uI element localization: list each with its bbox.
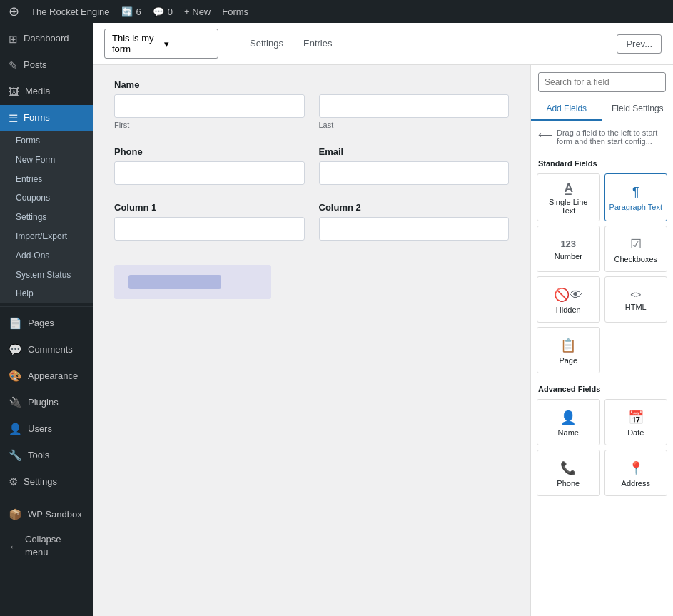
submenu-settings[interactable]: Settings bbox=[0, 208, 93, 227]
sidebar-item-settings[interactable]: ⚙ Settings bbox=[0, 468, 93, 495]
field-tile-address[interactable]: 📍 Address bbox=[604, 450, 668, 496]
form-row-phone-email: Phone Email bbox=[114, 146, 509, 185]
address-icon: 📍 bbox=[628, 460, 644, 476]
last-name-label bbox=[319, 79, 510, 90]
submenu-help[interactable]: Help bbox=[0, 284, 93, 303]
submenu-system-status[interactable]: System Status bbox=[0, 266, 93, 285]
sidebar-item-media[interactable]: 🖼 Media bbox=[0, 79, 93, 105]
field-col2: Column 2 bbox=[319, 202, 510, 241]
checkboxes-icon: ☑ bbox=[630, 236, 642, 252]
form-header-tabs: Settings Entries bbox=[240, 32, 342, 56]
single-line-text-icon: A̲ bbox=[565, 181, 572, 195]
phone-label: Phone bbox=[114, 146, 305, 157]
plugin-link[interactable]: Forms bbox=[222, 6, 248, 17]
settings-icon: ⚙ bbox=[9, 474, 18, 489]
form-canvas: Name First Last Phone bbox=[93, 65, 530, 616]
sidebar-item-forms[interactable]: ☰ Forms bbox=[0, 105, 93, 131]
plugins-icon: 🔌 bbox=[9, 395, 22, 410]
field-tile-paragraph-text[interactable]: ¶ Paragraph Text bbox=[604, 173, 668, 221]
sidebar: ⊞ Dashboard ✎ Posts 🖼 Media ☰ Forms Form… bbox=[0, 23, 93, 616]
email-input[interactable] bbox=[319, 161, 510, 185]
submenu-coupons[interactable]: Coupons bbox=[0, 188, 93, 208]
email-label: Email bbox=[319, 146, 510, 157]
right-panel: Add Fields Field Settings ⟵ Drag a field… bbox=[530, 65, 673, 616]
forms-icon: ☰ bbox=[9, 111, 18, 126]
drag-hint: ⟵ Drag a field to the left to start form… bbox=[531, 121, 673, 153]
right-panel-tabs: Add Fields Field Settings bbox=[531, 98, 673, 121]
updates-button[interactable]: 🔄 6 bbox=[121, 6, 141, 17]
wp-logo[interactable]: ⊕ bbox=[9, 4, 19, 19]
forms-submenu: Forms New Form Entries Coupons Settings … bbox=[0, 131, 93, 303]
tools-icon: 🔧 bbox=[9, 448, 22, 463]
sidebar-item-appearance[interactable]: 🎨 Appearance bbox=[0, 363, 93, 389]
field-tile-phone[interactable]: 📞 Phone bbox=[537, 450, 600, 496]
date-icon: 📅 bbox=[628, 410, 644, 425]
sidebar-item-posts[interactable]: ✎ Posts bbox=[0, 52, 93, 79]
sidebar-item-plugins[interactable]: 🔌 Plugins bbox=[0, 389, 93, 415]
form-row-name: Name First Last bbox=[114, 79, 509, 129]
media-icon: 🖼 bbox=[9, 84, 19, 99]
tab-field-settings[interactable]: Field Settings bbox=[602, 98, 674, 121]
col1-input[interactable] bbox=[114, 217, 305, 241]
field-tile-checkboxes[interactable]: ☑ Checkboxes bbox=[604, 226, 668, 272]
phone-icon: 📞 bbox=[560, 460, 576, 476]
submenu-forms[interactable]: Forms bbox=[0, 131, 93, 151]
field-search-input[interactable] bbox=[538, 72, 666, 92]
first-name-label: Name bbox=[114, 79, 305, 90]
number-icon: 123 bbox=[560, 238, 576, 249]
field-col1: Column 1 bbox=[114, 202, 305, 241]
submenu-entries[interactable]: Entries bbox=[0, 170, 93, 189]
sidebar-item-dashboard[interactable]: ⊞ Dashboard bbox=[0, 26, 93, 52]
standard-fields-grid: A̲ Single Line Text ¶ Paragraph Text 123… bbox=[531, 171, 673, 379]
comments-icon: 💬 bbox=[9, 342, 22, 357]
comments-button[interactable]: 💬 0 bbox=[153, 6, 173, 17]
sidebar-divider bbox=[0, 306, 93, 307]
tab-add-fields[interactable]: Add Fields bbox=[531, 98, 602, 121]
sidebar-item-comments[interactable]: 💬 Comments bbox=[0, 336, 93, 363]
tab-entries[interactable]: Entries bbox=[293, 32, 342, 56]
last-name-sublabel: Last bbox=[319, 121, 510, 129]
pages-icon: 📄 bbox=[9, 315, 22, 330]
sidebar-item-tools[interactable]: 🔧 Tools bbox=[0, 442, 93, 468]
sidebar-item-wp-sandbox[interactable]: 📦 WP Sandbox bbox=[0, 501, 93, 527]
form-name-label: This is my form bbox=[112, 33, 158, 54]
submit-area bbox=[114, 265, 271, 299]
col1-label: Column 1 bbox=[114, 202, 305, 213]
phone-input[interactable] bbox=[114, 161, 305, 185]
page-icon: 📋 bbox=[560, 338, 576, 353]
field-tile-html[interactable]: <> HTML bbox=[604, 276, 668, 323]
hidden-icon: 🚫👁 bbox=[554, 287, 582, 303]
submenu-import-export[interactable]: Import/Export bbox=[0, 227, 93, 246]
field-tile-name[interactable]: 👤 Name bbox=[537, 399, 600, 445]
field-tile-page[interactable]: 📋 Page bbox=[537, 327, 600, 373]
submenu-add-ons[interactable]: Add-Ons bbox=[0, 246, 93, 266]
first-name-input[interactable] bbox=[114, 94, 305, 118]
html-icon: <> bbox=[630, 289, 641, 300]
collapse-menu-button[interactable]: ← Collapse menu bbox=[0, 527, 93, 565]
admin-bar: ⊕ The Rocket Engine 🔄 6 💬 0 + New Forms bbox=[0, 0, 673, 23]
appearance-icon: 🎨 bbox=[9, 368, 22, 383]
preview-button[interactable]: Prev... bbox=[617, 34, 662, 54]
field-last-name: Last bbox=[319, 79, 510, 129]
submenu-new-form[interactable]: New Form bbox=[0, 151, 93, 170]
last-name-input[interactable] bbox=[319, 94, 510, 118]
col2-input[interactable] bbox=[319, 217, 510, 241]
new-content-button[interactable]: + New bbox=[184, 6, 211, 17]
tab-settings[interactable]: Settings bbox=[240, 32, 293, 56]
field-email: Email bbox=[319, 146, 510, 185]
form-selector-dropdown[interactable]: This is my form ▾ bbox=[104, 29, 218, 59]
form-builder: Name First Last Phone bbox=[93, 65, 673, 616]
sidebar-item-users[interactable]: 👤 Users bbox=[0, 415, 93, 442]
paragraph-text-icon: ¶ bbox=[632, 185, 639, 200]
field-first-name: Name First bbox=[114, 79, 305, 129]
site-name[interactable]: The Rocket Engine bbox=[31, 6, 110, 17]
form-row-columns: Column 1 Column 2 bbox=[114, 202, 509, 241]
field-tile-number[interactable]: 123 Number bbox=[537, 226, 600, 272]
users-icon: 👤 bbox=[9, 421, 22, 436]
field-tile-date[interactable]: 📅 Date bbox=[604, 399, 668, 445]
wp-sandbox-icon: 📦 bbox=[9, 507, 22, 522]
field-tile-single-line-text[interactable]: A̲ Single Line Text bbox=[537, 173, 600, 221]
field-phone: Phone bbox=[114, 146, 305, 185]
sidebar-item-pages[interactable]: 📄 Pages bbox=[0, 310, 93, 336]
field-tile-hidden[interactable]: 🚫👁 Hidden bbox=[537, 276, 600, 323]
